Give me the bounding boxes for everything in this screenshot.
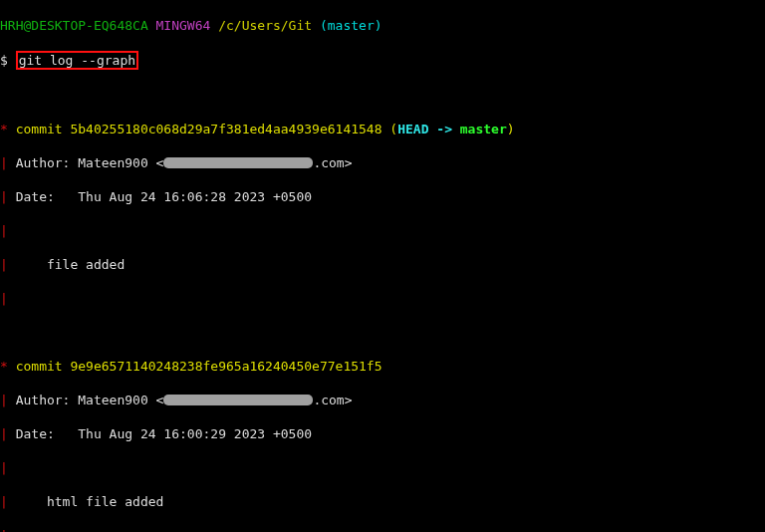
command-text: git log --graph	[19, 53, 135, 68]
prompt-symbol: $	[0, 53, 8, 68]
cwd: /c/Users/Git	[218, 18, 312, 33]
message-line: | html file added	[0, 493, 765, 510]
author-close: .com>	[313, 155, 352, 170]
redacted-email	[163, 395, 313, 405]
graph-pipe: |	[0, 257, 16, 272]
message-line: | file added	[0, 256, 765, 273]
author-label: Author:	[16, 393, 79, 407]
blank-line: |	[0, 222, 765, 239]
graph-pipe: |	[0, 460, 16, 475]
graph-star: *	[0, 122, 16, 136]
blank-line: |	[0, 459, 765, 476]
commit-msg: file added	[16, 257, 126, 272]
graph-pipe: |	[0, 393, 16, 407]
env: MINGW64	[156, 18, 211, 33]
command-highlight: git log --graph	[16, 51, 138, 70]
command-line: $ git log --graph	[0, 51, 765, 70]
author-name: Mateen900 <	[78, 155, 163, 170]
graph-pipe: |	[0, 189, 16, 204]
author-line: | Author: Mateen900 <.com>	[0, 392, 765, 408]
commit-msg: html file added	[16, 494, 164, 509]
author-close: .com>	[313, 393, 352, 407]
date-line: | Date: Thu Aug 24 16:06:28 2023 +0500	[0, 188, 765, 205]
author-label: Author:	[16, 155, 79, 170]
graph-pipe: |	[0, 494, 16, 509]
commit-hash: commit 5b40255180c068d29a7f381ed4aa4939e…	[16, 122, 382, 136]
commit-hash: commit 9e9e6571140248238fe965a16240450e7…	[16, 359, 382, 374]
author-name: Mateen900 <	[78, 393, 163, 407]
graph-pipe: |	[0, 155, 16, 170]
commit-hash-line: * commit 9e9e6571140248238fe965a16240450…	[0, 358, 765, 375]
graph-pipe: |	[0, 291, 16, 306]
refs-close: )	[507, 122, 515, 136]
redacted-email	[163, 157, 313, 168]
blank-line: |	[0, 527, 765, 532]
refs-head: HEAD ->	[397, 122, 460, 136]
refs-open: (	[382, 122, 398, 136]
commit-hash-line: * commit 5b40255180c068d29a7f381ed4aa493…	[0, 121, 765, 137]
date: Thu Aug 24 16:06:28 2023 +0500	[78, 189, 312, 204]
author-line: | Author: Mateen900 <.com>	[0, 154, 765, 171]
terminal[interactable]: HRH@DESKTOP-EQ648CA MINGW64 /c/Users/Git…	[0, 0, 765, 532]
branch: (master)	[320, 18, 382, 33]
date: Thu Aug 24 16:00:29 2023 +0500	[78, 426, 312, 441]
graph-pipe: |	[0, 223, 16, 238]
date-line: | Date: Thu Aug 24 16:00:29 2023 +0500	[0, 425, 765, 442]
user-host: HRH@DESKTOP-EQ648CA	[0, 18, 148, 33]
refs-branch: master	[460, 122, 507, 136]
graph-pipe: |	[0, 426, 16, 441]
date-label: Date:	[16, 189, 79, 204]
blank-line: |	[0, 290, 765, 307]
graph-pipe: |	[0, 528, 16, 532]
graph-star: *	[0, 359, 16, 374]
prompt-line: HRH@DESKTOP-EQ648CA MINGW64 /c/Users/Git…	[0, 17, 765, 34]
date-label: Date:	[16, 426, 79, 441]
